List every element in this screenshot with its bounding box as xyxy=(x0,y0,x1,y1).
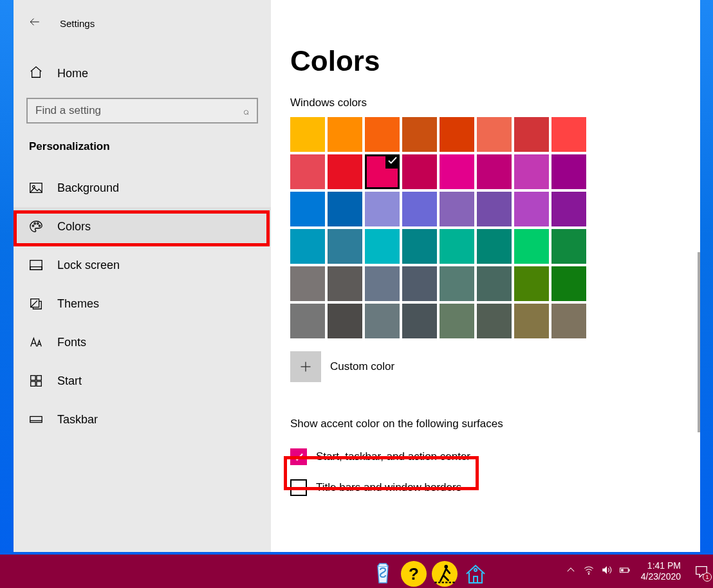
checkbox-titlebars[interactable]: Title bars and window borders xyxy=(290,478,700,497)
taskbar-clock[interactable]: 1:41 PM 4/23/2020 xyxy=(641,560,681,583)
sidebar-item-taskbar[interactable]: Taskbar xyxy=(14,400,271,439)
sidebar-item-colors[interactable]: Colors xyxy=(14,207,271,246)
sidebar-home[interactable]: Home xyxy=(14,54,271,93)
color-swatch[interactable] xyxy=(365,192,400,226)
color-swatch[interactable] xyxy=(402,117,437,152)
nav-label: Colors xyxy=(57,220,91,234)
sidebar: Settings Home ⌕ Personalization Backgrou… xyxy=(14,0,271,552)
color-swatch[interactable] xyxy=(551,192,586,226)
color-swatch[interactable] xyxy=(365,117,400,152)
color-swatch[interactable] xyxy=(514,229,549,264)
wifi-icon[interactable] xyxy=(583,564,595,578)
svg-point-29 xyxy=(588,573,589,574)
svg-rect-18 xyxy=(31,381,35,386)
color-swatch[interactable] xyxy=(551,154,586,189)
sidebar-item-lockscreen[interactable]: Lock screen xyxy=(14,246,271,284)
color-swatch[interactable] xyxy=(290,117,325,152)
color-swatch[interactable] xyxy=(402,154,437,189)
search-icon: ⌕ xyxy=(243,106,249,116)
color-swatch[interactable] xyxy=(290,192,325,226)
color-swatch[interactable] xyxy=(402,192,437,226)
color-swatch[interactable] xyxy=(477,266,512,301)
custom-color-row[interactable]: Custom color xyxy=(290,351,700,382)
color-swatch[interactable] xyxy=(328,304,362,338)
color-swatch[interactable] xyxy=(440,266,474,301)
color-swatch[interactable] xyxy=(477,154,512,189)
color-swatch[interactable] xyxy=(328,192,362,226)
color-swatch[interactable] xyxy=(440,154,474,189)
sidebar-item-themes[interactable]: Themes xyxy=(14,284,271,323)
nav-label: Fonts xyxy=(57,336,86,349)
color-swatch[interactable] xyxy=(477,192,512,226)
search-box[interactable]: ⌕ xyxy=(26,98,258,124)
color-swatch[interactable] xyxy=(477,304,512,338)
themes-icon xyxy=(29,297,43,311)
color-swatch[interactable] xyxy=(365,304,400,338)
color-swatch[interactable] xyxy=(551,117,586,152)
color-swatch[interactable] xyxy=(402,229,437,264)
scrollbar[interactable] xyxy=(698,252,700,432)
plus-icon[interactable] xyxy=(290,351,321,382)
color-swatch[interactable] xyxy=(290,266,325,301)
svg-point-8 xyxy=(34,223,35,224)
svg-point-25 xyxy=(444,565,448,569)
search-input[interactable] xyxy=(35,104,217,117)
color-swatch[interactable] xyxy=(551,229,586,264)
home-app-icon[interactable] xyxy=(463,561,488,587)
taskbar[interactable]: ? 1:41 PM 4/23/2020 1 xyxy=(0,555,713,588)
color-swatch[interactable] xyxy=(290,154,325,189)
sidebar-item-background[interactable]: Background xyxy=(14,169,271,207)
color-swatch[interactable] xyxy=(290,229,325,264)
recycle-bin-icon[interactable] xyxy=(370,561,396,587)
color-swatch[interactable] xyxy=(551,304,586,338)
svg-rect-16 xyxy=(31,376,35,380)
color-swatch[interactable] xyxy=(365,154,400,189)
svg-rect-17 xyxy=(37,376,41,380)
lockscreen-icon xyxy=(29,258,43,272)
chevron-up-icon[interactable] xyxy=(565,564,577,578)
color-swatch[interactable] xyxy=(290,304,325,338)
svg-rect-11 xyxy=(30,261,42,270)
color-swatch[interactable] xyxy=(328,117,362,152)
start-icon xyxy=(29,374,43,388)
color-swatch[interactable] xyxy=(440,229,474,264)
palette-icon xyxy=(29,219,43,234)
help-icon[interactable]: ? xyxy=(401,561,427,587)
svg-rect-32 xyxy=(621,569,624,572)
color-swatch[interactable] xyxy=(365,229,400,264)
color-swatch[interactable] xyxy=(477,229,512,264)
color-swatch[interactable] xyxy=(514,304,549,338)
home-icon xyxy=(29,65,43,82)
color-swatch[interactable] xyxy=(328,229,362,264)
color-swatch[interactable] xyxy=(440,304,474,338)
color-swatch[interactable] xyxy=(328,154,362,189)
action-center-icon[interactable]: 1 xyxy=(692,562,710,580)
crossing-icon[interactable] xyxy=(432,561,458,587)
nav-label: Lock screen xyxy=(57,259,120,272)
checkbox-icon[interactable] xyxy=(290,448,307,465)
volume-icon[interactable] xyxy=(601,564,613,578)
color-swatch[interactable] xyxy=(514,154,549,189)
svg-rect-20 xyxy=(30,416,42,422)
color-swatch[interactable] xyxy=(514,192,549,226)
back-icon[interactable] xyxy=(29,16,41,30)
color-swatch[interactable] xyxy=(440,192,474,226)
color-swatch[interactable] xyxy=(514,266,549,301)
color-swatch[interactable] xyxy=(514,117,549,152)
sidebar-item-start[interactable]: Start xyxy=(14,362,271,400)
color-swatch[interactable] xyxy=(477,117,512,152)
svg-rect-27 xyxy=(474,576,477,583)
sidebar-item-fonts[interactable]: Fonts xyxy=(14,323,271,362)
color-swatch[interactable] xyxy=(402,304,437,338)
color-swatch[interactable] xyxy=(440,117,474,152)
home-label: Home xyxy=(57,67,88,80)
window-title: Settings xyxy=(60,18,95,29)
color-swatch[interactable] xyxy=(328,266,362,301)
battery-icon[interactable] xyxy=(619,564,631,578)
checkbox-start-taskbar[interactable]: Start, taskbar, and action center xyxy=(290,447,700,466)
color-swatch[interactable] xyxy=(402,266,437,301)
system-tray: 1:41 PM 4/23/2020 1 xyxy=(565,555,710,588)
checkbox-icon[interactable] xyxy=(290,479,307,496)
color-swatch[interactable] xyxy=(365,266,400,301)
color-swatch[interactable] xyxy=(551,266,586,301)
